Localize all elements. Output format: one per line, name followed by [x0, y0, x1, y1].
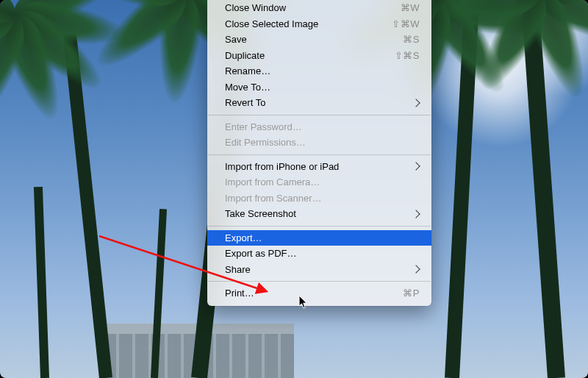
menu-item-close-window[interactable]: Close Window ⌘W: [207, 0, 431, 16]
chevron-right-icon: [412, 163, 420, 171]
menu-item-save[interactable]: Save ⌘S: [207, 32, 431, 48]
menu-separator: [208, 281, 431, 282]
menu-item-export-as-pdf[interactable]: Export as PDF…: [207, 246, 431, 262]
menu-item-label: Revert To: [225, 97, 413, 108]
menu-item-shortcut: ⇧⌘W: [392, 18, 420, 29]
file-menu: Close Window ⌘W Close Selected Image ⇧⌘W…: [207, 0, 431, 306]
menu-item-import-from-camera: Import from Camera…: [207, 174, 431, 190]
menu-separator: [208, 115, 431, 115]
menu-item-label: Duplicate: [225, 50, 395, 61]
menu-item-duplicate[interactable]: Duplicate ⇧⌘S: [207, 48, 431, 64]
screenshot-viewport: Close Window ⌘W Close Selected Image ⇧⌘W…: [0, 0, 588, 378]
menu-item-close-selected-image[interactable]: Close Selected Image ⇧⌘W: [207, 16, 431, 32]
menu-item-revert-to[interactable]: Revert To: [207, 95, 431, 111]
menu-item-import-from-iphone-or-ipad[interactable]: Import from iPhone or iPad: [207, 159, 431, 175]
menu-item-label: Print…: [225, 288, 403, 299]
menu-separator: [208, 154, 431, 155]
menu-item-label: Export…: [225, 232, 420, 243]
chevron-right-icon: [412, 210, 420, 218]
chevron-right-icon: [412, 99, 420, 107]
menu-item-label: Close Window: [225, 2, 401, 13]
menu-item-label: Move To…: [225, 82, 420, 93]
menu-item-edit-permissions: Edit Permissions…: [207, 135, 431, 151]
menu-item-label: Close Selected Image: [225, 18, 392, 29]
menu-item-label: Import from iPhone or iPad: [225, 161, 413, 172]
menu-item-label: Edit Permissions…: [225, 137, 420, 148]
menu-item-take-screenshot[interactable]: Take Screenshot: [207, 206, 431, 222]
menu-item-label: Export as PDF…: [225, 248, 420, 259]
menu-item-shortcut: ⌘P: [403, 288, 420, 299]
menu-item-label: Enter Password…: [225, 121, 420, 132]
chevron-right-icon: [412, 265, 420, 274]
menu-item-label: Save: [225, 34, 403, 45]
menu-item-enter-password: Enter Password…: [207, 119, 431, 135]
menu-item-label: Rename…: [225, 65, 420, 76]
menu-item-shortcut: ⌘S: [403, 34, 420, 45]
menu-item-import-from-scanner: Import from Scanner…: [207, 190, 431, 207]
menu-item-rename[interactable]: Rename…: [207, 63, 431, 79]
menu-item-label: Share: [225, 264, 413, 275]
menu-item-shortcut: ⇧⌘S: [395, 50, 420, 61]
menu-item-shortcut: ⌘W: [401, 2, 420, 13]
menu-item-label: Take Screenshot: [225, 208, 413, 219]
menu-item-label: Import from Camera…: [225, 176, 420, 188]
menu-item-move-to[interactable]: Move To…: [207, 79, 431, 96]
menu-item-share[interactable]: Share: [207, 262, 431, 278]
menu-item-export[interactable]: Export…: [207, 230, 431, 246]
menu-item-print[interactable]: Print… ⌘P: [207, 285, 431, 302]
menu-separator: [208, 226, 431, 227]
menu-item-label: Import from Scanner…: [225, 193, 420, 204]
